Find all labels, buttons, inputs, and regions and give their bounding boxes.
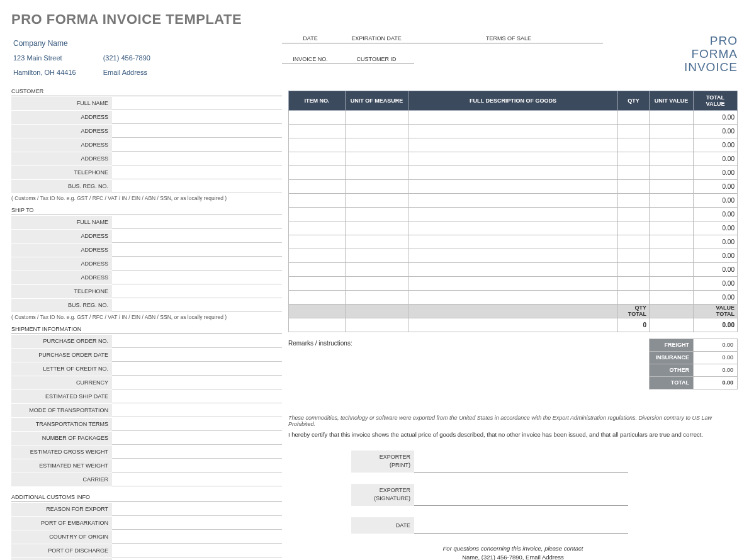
customs-field-input[interactable] — [112, 502, 282, 516]
table-cell[interactable]: 0.00 — [694, 110, 738, 124]
sig-signature-line[interactable] — [414, 486, 628, 506]
table-cell[interactable]: 0.00 — [694, 235, 738, 249]
table-cell[interactable]: 0.00 — [694, 207, 738, 221]
table-cell[interactable] — [650, 262, 694, 276]
shipto-field-input[interactable] — [112, 243, 282, 257]
table-cell[interactable] — [618, 276, 650, 290]
table-cell[interactable] — [408, 138, 618, 152]
table-cell[interactable]: 0.00 — [694, 138, 738, 152]
sig-date-line[interactable] — [414, 517, 628, 534]
shipment-field-input[interactable] — [112, 473, 282, 486]
table-cell[interactable] — [650, 193, 694, 207]
table-cell[interactable] — [408, 207, 618, 221]
table-cell[interactable] — [618, 235, 650, 249]
table-cell[interactable] — [618, 221, 650, 235]
table-cell[interactable] — [346, 235, 408, 249]
table-cell[interactable] — [408, 179, 618, 193]
table-cell[interactable] — [408, 290, 618, 304]
table-cell[interactable]: 0.00 — [694, 290, 738, 304]
table-cell[interactable] — [289, 124, 346, 138]
table-cell[interactable] — [346, 124, 408, 138]
table-cell[interactable] — [618, 249, 650, 262]
table-cell[interactable] — [618, 179, 650, 193]
table-cell[interactable] — [408, 124, 618, 138]
table-cell[interactable] — [346, 138, 408, 152]
table-cell[interactable] — [408, 165, 618, 179]
table-cell[interactable] — [618, 138, 650, 152]
customer-field-input[interactable] — [112, 96, 282, 110]
shipment-field-input[interactable] — [112, 431, 282, 445]
header-date[interactable]: DATE — [282, 35, 339, 43]
customer-field-input[interactable] — [112, 179, 282, 193]
table-cell[interactable] — [408, 235, 618, 249]
table-cell[interactable] — [289, 179, 346, 193]
shipment-field-input[interactable] — [112, 389, 282, 403]
table-cell[interactable]: 0.00 — [694, 276, 738, 290]
table-cell[interactable]: 0.00 — [694, 179, 738, 193]
customer-field-input[interactable] — [112, 152, 282, 165]
table-cell[interactable] — [650, 179, 694, 193]
table-cell[interactable] — [650, 152, 694, 165]
table-cell[interactable] — [618, 262, 650, 276]
shipto-field-input[interactable] — [112, 284, 282, 298]
customer-field-input[interactable] — [112, 110, 282, 124]
table-cell[interactable] — [650, 276, 694, 290]
table-cell[interactable] — [408, 193, 618, 207]
table-cell[interactable] — [618, 110, 650, 124]
table-cell[interactable] — [408, 110, 618, 124]
table-cell[interactable]: 0.00 — [694, 165, 738, 179]
table-cell[interactable] — [346, 276, 408, 290]
table-cell[interactable] — [650, 124, 694, 138]
table-cell[interactable] — [618, 152, 650, 165]
shipto-field-input[interactable] — [112, 271, 282, 284]
table-cell[interactable] — [650, 249, 694, 262]
shipment-field-input[interactable] — [112, 334, 282, 348]
shipment-field-input[interactable] — [112, 459, 282, 473]
table-cell[interactable] — [289, 110, 346, 124]
header-invoice-no[interactable]: INVOICE NO. — [282, 56, 339, 64]
table-cell[interactable] — [650, 221, 694, 235]
table-cell[interactable] — [289, 262, 346, 276]
customs-field-input[interactable] — [112, 557, 282, 560]
table-cell[interactable] — [346, 152, 408, 165]
table-cell[interactable]: 0.00 — [694, 262, 738, 276]
table-cell[interactable]: 0.00 — [694, 152, 738, 165]
table-cell[interactable] — [289, 276, 346, 290]
table-cell[interactable]: 0.00 — [694, 249, 738, 262]
table-cell[interactable] — [289, 290, 346, 304]
table-cell[interactable] — [346, 207, 408, 221]
table-cell[interactable] — [618, 193, 650, 207]
table-cell[interactable] — [346, 165, 408, 179]
table-cell[interactable] — [408, 249, 618, 262]
table-cell[interactable] — [346, 110, 408, 124]
customs-field-input[interactable] — [112, 544, 282, 557]
table-cell[interactable] — [618, 207, 650, 221]
customs-field-input[interactable] — [112, 530, 282, 544]
table-cell[interactable]: 0.00 — [694, 221, 738, 235]
table-cell[interactable] — [408, 262, 618, 276]
header-expiration[interactable]: EXPIRATION DATE — [339, 35, 414, 43]
table-cell[interactable] — [650, 138, 694, 152]
table-cell[interactable] — [650, 110, 694, 124]
table-cell[interactable] — [346, 290, 408, 304]
table-cell[interactable] — [618, 124, 650, 138]
table-cell[interactable] — [289, 207, 346, 221]
shipment-field-input[interactable] — [112, 376, 282, 389]
shipto-field-input[interactable] — [112, 257, 282, 271]
table-cell[interactable] — [650, 165, 694, 179]
shipto-field-input[interactable] — [112, 229, 282, 243]
table-cell[interactable] — [346, 179, 408, 193]
table-cell[interactable] — [408, 276, 618, 290]
table-cell[interactable] — [289, 193, 346, 207]
shipment-field-input[interactable] — [112, 417, 282, 431]
shipto-field-input[interactable] — [112, 215, 282, 229]
customer-field-input[interactable] — [112, 124, 282, 138]
table-cell[interactable] — [346, 249, 408, 262]
table-cell[interactable] — [289, 165, 346, 179]
table-cell[interactable] — [289, 138, 346, 152]
table-cell[interactable] — [408, 221, 618, 235]
shipment-field-input[interactable] — [112, 362, 282, 376]
table-cell[interactable] — [650, 235, 694, 249]
table-cell[interactable] — [289, 221, 346, 235]
table-cell[interactable] — [618, 290, 650, 304]
